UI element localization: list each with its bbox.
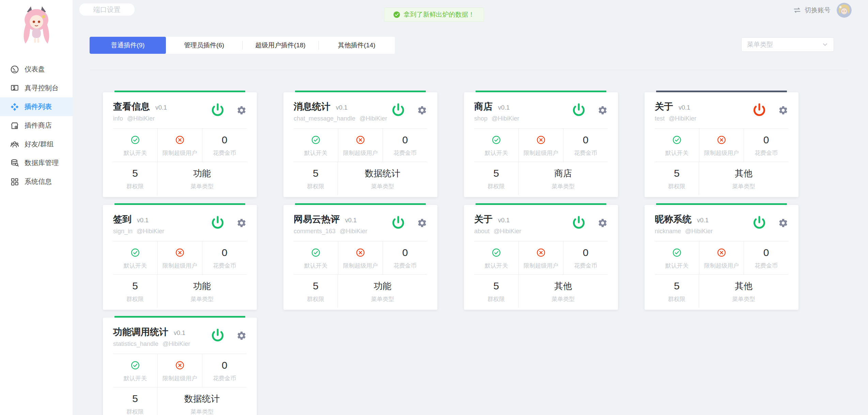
power-toggle-icon[interactable]: [210, 102, 226, 118]
sidebar-item-label: 好友/群组: [25, 140, 54, 149]
gear-icon[interactable]: [236, 105, 247, 115]
success-check-icon: [393, 11, 400, 18]
card-actions: [210, 102, 247, 118]
stat-cost-gold: 0 花费金币: [563, 129, 608, 162]
stat-default-switch: 默认开关: [474, 241, 519, 274]
console-icon: [10, 84, 19, 93]
card-stats-row-1: 默认开关 限制超级用户 0 花费金币: [294, 129, 427, 162]
plugin-author: @HibiKier: [340, 228, 367, 235]
gear-icon[interactable]: [236, 218, 247, 228]
menu-type-select[interactable]: 菜单类型: [741, 37, 834, 52]
plugin-title: 商店: [474, 100, 493, 113]
card-stats-row-1: 默认开关 限制超级用户 0 花费金币: [655, 241, 788, 274]
stat-label: 限制超级用户: [158, 149, 202, 157]
plugin-version: v0.1: [498, 104, 510, 111]
check-circle-icon: [131, 361, 140, 370]
gear-icon[interactable]: [598, 105, 608, 115]
sidebar-item-database[interactable]: 数据库管理: [0, 154, 73, 172]
stat-cost-gold: 0 花费金币: [383, 129, 427, 162]
sidebar-item-plugin-list[interactable]: 插件列表: [0, 97, 73, 116]
stat-group-level: 5 群权限: [294, 162, 338, 195]
card-stats-row-2: 5 群权限 其他 菜单类型: [474, 274, 608, 308]
stat-label: 默认开关: [474, 149, 518, 157]
stat-label: 限制超级用户: [519, 149, 563, 157]
group-level-value: 5: [655, 167, 699, 179]
plugin-title: 网易云热评: [294, 213, 340, 225]
stat-cost-gold: 0 花费金币: [202, 354, 247, 387]
stat-limit-superuser: 限制超级用户: [699, 129, 744, 162]
stat-label: 花费金币: [383, 262, 427, 270]
power-toggle-icon[interactable]: [751, 102, 767, 118]
sidebar-item-friends-groups[interactable]: 好友/群组: [0, 135, 73, 154]
switch-account[interactable]: 切换账号: [793, 3, 852, 18]
stat-label: 菜单类型: [157, 408, 247, 415]
plugin-grid: 查看信息 v0.1 info @HibiKier: [103, 91, 848, 415]
power-toggle-icon[interactable]: [210, 215, 226, 231]
power-toggle-icon[interactable]: [390, 102, 406, 118]
power-toggle-icon[interactable]: [571, 215, 587, 231]
stat-label: 默认开关: [294, 262, 338, 270]
cost-gold-value: 0: [202, 247, 247, 258]
stat-label: 花费金币: [744, 262, 788, 270]
stat-label: 菜单类型: [338, 295, 427, 303]
plugin-module: chat_message_handle: [294, 115, 355, 122]
check-circle-icon: [672, 248, 681, 257]
plugin-module: statistics_handle: [113, 340, 158, 348]
power-toggle-icon[interactable]: [571, 102, 587, 118]
tab-admin-plugins[interactable]: 管理员插件(6): [166, 37, 242, 54]
gear-icon[interactable]: [778, 218, 788, 228]
sidebar-item-plugin-store[interactable]: 插件商店: [0, 116, 73, 135]
tab-other-plugins[interactable]: 其他插件(14): [319, 37, 395, 54]
group-level-value: 5: [113, 167, 157, 179]
card-actions: [571, 215, 608, 231]
card-stats-row-2: 5 群权限 数据统计 菜单类型: [113, 387, 247, 415]
card-actions: [210, 215, 247, 231]
sidebar-item-console[interactable]: 真寻控制台: [0, 79, 73, 97]
main-content: 普通插件(9) 管理员插件(6) 超级用户插件(18) 其他插件(14) 菜单类…: [73, 19, 868, 415]
gear-icon[interactable]: [236, 331, 247, 341]
check-circle-icon: [311, 248, 320, 257]
stat-label: 菜单类型: [699, 182, 788, 190]
stat-label: 花费金币: [744, 149, 788, 157]
card-title-block: 关于 v0.1 about @HibiKier: [474, 213, 571, 235]
gear-icon[interactable]: [417, 218, 427, 228]
gear-icon[interactable]: [778, 105, 788, 115]
cost-gold-value: 0: [563, 247, 608, 258]
stat-label: 限制超级用户: [699, 149, 744, 157]
user-avatar[interactable]: [837, 3, 852, 18]
plugin-tabbar: 普通插件(9) 管理员插件(6) 超级用户插件(18) 其他插件(14): [90, 37, 395, 54]
card-title-block: 商店 v0.1 shop @HibiKier: [474, 100, 571, 122]
tab-superuser-plugins[interactable]: 超级用户插件(18): [242, 37, 319, 54]
card-body: 消息统计 v0.1 chat_message_handle @HibiKier: [283, 92, 437, 197]
gear-icon[interactable]: [598, 218, 608, 228]
card-stats-row-1: 默认开关 限制超级用户 0 花费金币: [113, 129, 247, 162]
gear-icon[interactable]: [417, 105, 427, 115]
plugin-version: v0.1: [137, 217, 149, 224]
stat-limit-superuser: 限制超级用户: [158, 354, 202, 387]
card-stats-row-2: 5 群权限 其他 菜单类型: [655, 162, 788, 195]
stat-group-level: 5 群权限: [113, 387, 157, 415]
x-circle-icon: [717, 248, 726, 257]
sidebar-item-system-info[interactable]: 系统信息: [0, 172, 73, 191]
stat-group-level: 5 群权限: [474, 275, 518, 308]
menu-type-placeholder: 菜单类型: [747, 40, 822, 49]
card-header: 昵称系统 v0.1 nickname @HibiKier: [655, 213, 788, 235]
power-toggle-icon[interactable]: [751, 215, 767, 231]
cost-gold-value: 0: [744, 247, 788, 258]
port-settings-input[interactable]: [79, 3, 135, 16]
stat-label: 花费金币: [383, 149, 427, 157]
card-actions: [210, 328, 247, 344]
card-header: 签到 v0.1 sign_in @HibiKier: [113, 213, 247, 235]
tab-label: 普通插件(9): [111, 41, 144, 50]
power-toggle-icon[interactable]: [210, 328, 226, 344]
sidebar-item-label: 插件商店: [25, 121, 52, 130]
stat-label: 默认开关: [655, 262, 699, 270]
chevron-down-icon: [822, 42, 828, 48]
plugin-title: 消息统计: [294, 100, 330, 113]
card-body: 签到 v0.1 sign_in @HibiKier: [103, 205, 257, 310]
x-circle-icon: [717, 135, 726, 144]
card-stats-row-1: 默认开关 限制超级用户 0 花费金币: [474, 241, 608, 274]
power-toggle-icon[interactable]: [390, 215, 406, 231]
sidebar-item-dashboard[interactable]: 仪表盘: [0, 60, 73, 79]
tab-normal-plugins[interactable]: 普通插件(9): [90, 37, 166, 54]
